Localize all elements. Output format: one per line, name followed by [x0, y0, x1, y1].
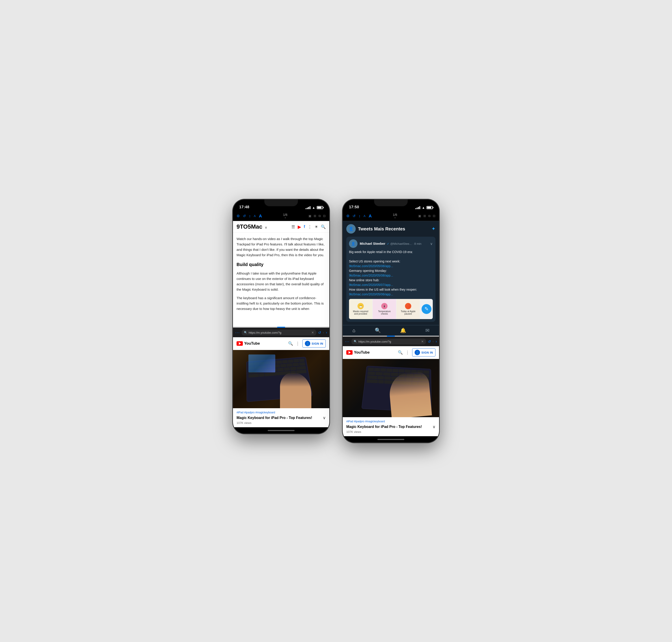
tweet-preview-images: 😷 Masks requiredand provided 🌡 Temperatu… — [349, 299, 433, 319]
forward-icon[interactable]: › — [326, 331, 327, 335]
right-view-multi-icon[interactable]: ⊟ — [433, 214, 435, 218]
youtube-play-icon — [239, 342, 241, 345]
facebook-icon[interactable]: f — [304, 224, 305, 229]
left-status-bar: 17:48 ▲ — [233, 200, 329, 211]
right-font-large-icon[interactable]: A — [369, 214, 372, 219]
twitter-bell-icon[interactable]: 🔔 — [400, 328, 406, 333]
right-reload-icon[interactable]: ↺ — [428, 339, 431, 344]
search-icon[interactable]: 🔍 — [321, 224, 326, 229]
video-expand-icon[interactable]: ∨ — [323, 415, 326, 420]
article-heading: Build quality — [237, 261, 326, 268]
reader-toolbar: ⚙ ↺ ↕ A A 1/6 ▾ ▣ ⊞ ⧉ ⊟ — [233, 211, 329, 221]
ipad-screen — [249, 355, 275, 372]
font-large-icon[interactable]: A — [259, 214, 262, 219]
right-view-single-icon[interactable]: ▣ — [418, 214, 421, 218]
right-video-expand-icon[interactable]: ∨ — [433, 424, 435, 429]
view-grid-icon[interactable]: ⊞ — [314, 214, 316, 218]
video-image — [233, 350, 329, 408]
right-youtube-more-icon[interactable]: ⋮ — [405, 350, 409, 355]
right-view-columns-icon[interactable]: ⧉ — [428, 214, 431, 218]
hamburger-icon[interactable]: ☰ — [291, 224, 295, 229]
right-video-thumbnail — [343, 359, 439, 417]
sort-icon[interactable]: ↕ — [249, 214, 251, 218]
right-split-handle[interactable] — [387, 336, 395, 336]
right-back-icon[interactable]: ‹ — [433, 339, 434, 344]
tweet-header-left: 👤 Tweets Mais Recentes — [346, 224, 405, 233]
right-signal-bars-icon — [415, 206, 420, 209]
right-url-clear-icon[interactable]: ✕ — [421, 340, 424, 343]
reload-icon[interactable]: ↺ — [318, 331, 321, 335]
youtube-icon — [237, 341, 243, 346]
tweet-line4: New online store hub: — [349, 278, 433, 283]
split-handle[interactable] — [277, 327, 285, 328]
site-name[interactable]: 9TO5Mac ∨ — [237, 223, 267, 230]
view-multi-icon[interactable]: ⊟ — [323, 214, 326, 218]
right-refresh-icon[interactable]: ↺ — [353, 214, 355, 218]
refresh-icon[interactable]: ↺ — [243, 214, 246, 218]
twitter-search-icon[interactable]: 🔍 — [375, 328, 381, 333]
url-clear-icon[interactable]: ✕ — [312, 331, 314, 334]
browser-bar: ··· 🔍 https://m.youtube.com/?g ✕ ↺ ‹ › — [233, 328, 329, 337]
tweet-link2[interactable]: 9to5mac.com/2020/05/08/app... — [349, 274, 393, 277]
right-tab-dots[interactable]: ··· — [345, 339, 350, 344]
right-forward-icon[interactable]: › — [436, 339, 437, 344]
header-actions: ☰ ▶ f ⋮ ☀ 🔍 — [291, 224, 326, 230]
tweet-handle: @MichaelStee... — [390, 242, 412, 245]
tweet-link3[interactable]: 9to5mac.com/2020/05/07/app... — [349, 283, 393, 287]
compose-button[interactable]: ✎ — [421, 304, 431, 314]
tweet-user-info: Michael Steeber ✓ @MichaelStee... · 8 mi… — [360, 242, 428, 246]
battery-fill — [317, 207, 321, 208]
url-bar[interactable]: 🔍 https://m.youtube.com/?g ✕ — [242, 330, 316, 335]
masks-icon: 😷 — [357, 303, 364, 309]
right-youtube-search-icon[interactable]: 🔍 — [398, 350, 403, 355]
brightness-icon[interactable]: ☀ — [315, 224, 318, 229]
tweet-link1[interactable]: 9to5mac.com/2020/05/08/app... — [349, 264, 393, 268]
split-divider — [233, 327, 329, 328]
wifi-icon: ▲ — [312, 206, 315, 209]
more-icon[interactable]: ⋮ — [308, 224, 312, 229]
right-youtube-person-icon: 👤 — [416, 351, 419, 354]
right-url-bar[interactable]: 🔍 https://m.youtube.com/?g ✕ — [352, 338, 426, 344]
back-icon[interactable]: ‹ — [323, 331, 324, 335]
tweet-expand-icon[interactable]: ∨ — [430, 242, 433, 246]
right-video-title: Magic Keyboard for iPad Pro - Top Featur… — [346, 425, 430, 429]
video-tags: #iPad #ipadpro #magickeyboard — [237, 411, 326, 414]
view-columns-icon[interactable]: ⧉ — [318, 214, 321, 218]
youtube-signin-button[interactable]: 👤 SIGN IN — [302, 339, 326, 348]
signal-bars-icon — [306, 206, 310, 209]
right-youtube-logo: YouTube — [346, 350, 370, 355]
right-youtube-signin-button[interactable]: 👤 SIGN IN — [412, 348, 435, 357]
video-thumbnail-left — [233, 350, 329, 408]
twitter-home-icon[interactable]: ⌂ — [352, 328, 355, 333]
tweet-author-name: Michael Steeber — [360, 242, 385, 245]
right-browser-nav: ↺ ‹ › — [428, 339, 437, 344]
right-battery-fill — [427, 207, 431, 208]
apple-label: Today at Applepaused — [401, 310, 416, 315]
preview-apple: 🚫 Today at Applepaused — [396, 299, 420, 319]
youtube-text: YouTube — [244, 341, 260, 346]
sparkle-icon[interactable]: ✦ — [431, 226, 435, 232]
settings-icon[interactable]: ⚙ — [237, 214, 240, 218]
right-sort-icon[interactable]: ↕ — [359, 214, 360, 218]
youtube-search-icon[interactable]: 🔍 — [288, 341, 293, 346]
article-body1: Although I take issue with the polyureth… — [237, 271, 326, 292]
youtube-header-icon[interactable]: ▶ — [298, 224, 301, 230]
battery-icon — [317, 206, 323, 209]
twitter-avatar: 👤 — [346, 224, 356, 233]
right-battery-icon — [427, 206, 433, 209]
right-settings-icon[interactable]: ⚙ — [346, 214, 350, 218]
right-youtube-play-icon — [348, 351, 351, 354]
tab-dots[interactable]: ··· — [235, 330, 240, 335]
right-view-options: ▣ ⊞ ⧉ ⊟ — [418, 214, 435, 218]
right-video-info: #iPad #ipadpro #magickeyboard Magic Keyb… — [343, 417, 439, 436]
right-font-small-icon[interactable]: A — [364, 214, 366, 218]
right-view-grid-icon[interactable]: ⊞ — [423, 214, 426, 218]
tweet-user-row: 👤 Michael Steeber ✓ @MichaelStee... · 8 … — [349, 239, 433, 248]
tweet-link4[interactable]: 9to5mac.com/2020/05/06/app... — [349, 293, 393, 296]
view-single-icon[interactable]: ▣ — [308, 214, 312, 218]
twitter-mail-icon[interactable]: ✉ — [426, 328, 429, 333]
youtube-more-icon[interactable]: ⋮ — [296, 341, 300, 346]
preview-temp: 🌡 Temperaturechecks — [373, 299, 396, 319]
left-time: 17:48 — [239, 205, 249, 209]
font-small-icon[interactable]: A — [254, 214, 256, 218]
